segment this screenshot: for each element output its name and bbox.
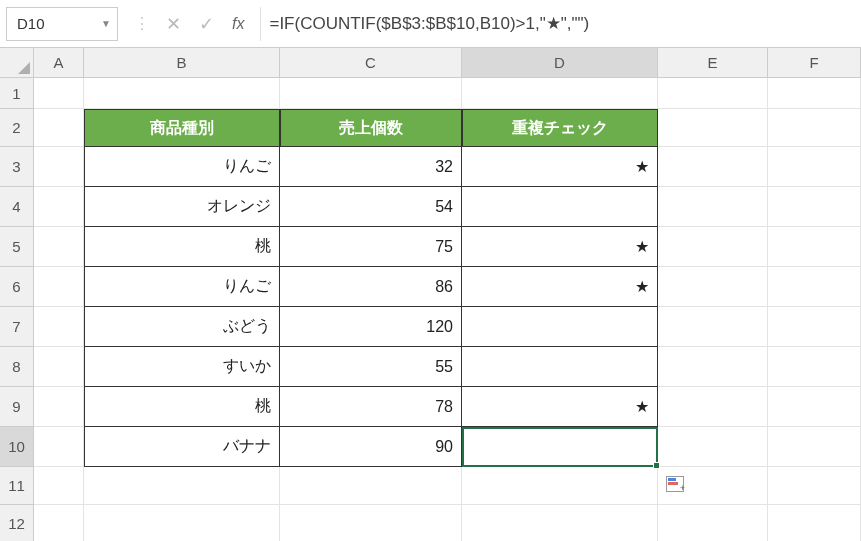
cell-A10[interactable] <box>34 427 84 467</box>
cell-E4[interactable] <box>658 187 768 227</box>
cell-C3[interactable]: 32 <box>280 147 462 187</box>
cell-D5[interactable]: ★ <box>462 227 658 267</box>
cell-C6[interactable]: 86 <box>280 267 462 307</box>
cell-C1[interactable] <box>280 78 462 109</box>
cell-B6[interactable]: りんご <box>84 267 280 307</box>
cell-C11[interactable] <box>280 467 462 505</box>
cell-B4[interactable]: オレンジ <box>84 187 280 227</box>
cell-E5[interactable] <box>658 227 768 267</box>
row-header-8[interactable]: 8 <box>0 347 34 387</box>
cell-F6[interactable] <box>768 267 861 307</box>
cell-B3[interactable]: りんご <box>84 147 280 187</box>
cell-C4[interactable]: 54 <box>280 187 462 227</box>
row-header-7[interactable]: 7 <box>0 307 34 347</box>
cell-E12[interactable] <box>658 505 768 541</box>
dots-icon: ⋮ <box>134 14 148 33</box>
cell-E6[interactable] <box>658 267 768 307</box>
cell-A6[interactable] <box>34 267 84 307</box>
cell-D9[interactable]: ★ <box>462 387 658 427</box>
cell-F5[interactable] <box>768 227 861 267</box>
formula-bar-controls: ⋮ ✕ ✓ fx <box>118 13 260 35</box>
row-header-9[interactable]: 9 <box>0 387 34 427</box>
name-box-dropdown-icon[interactable]: ▼ <box>101 18 111 29</box>
cell-F8[interactable] <box>768 347 861 387</box>
cell-A3[interactable] <box>34 147 84 187</box>
cell-C7[interactable]: 120 <box>280 307 462 347</box>
cell-F11[interactable] <box>768 467 861 505</box>
cells-area[interactable]: 商品種別 売上個数 重複チェック りんご 32 ★ オレンジ 54 <box>34 78 861 541</box>
cell-B8[interactable]: すいか <box>84 347 280 387</box>
cell-D3[interactable]: ★ <box>462 147 658 187</box>
row-header-11[interactable]: 11 <box>0 467 34 505</box>
cell-D10[interactable] <box>462 427 658 467</box>
row-header-4[interactable]: 4 <box>0 187 34 227</box>
cancel-icon[interactable]: ✕ <box>166 13 181 35</box>
autofill-options-icon[interactable]: + <box>666 476 684 492</box>
cell-F4[interactable] <box>768 187 861 227</box>
cell-F7[interactable] <box>768 307 861 347</box>
cell-A4[interactable] <box>34 187 84 227</box>
col-header-D[interactable]: D <box>462 48 658 78</box>
cell-F1[interactable] <box>768 78 861 109</box>
cell-B12[interactable] <box>84 505 280 541</box>
cell-C5[interactable]: 75 <box>280 227 462 267</box>
cell-E2[interactable] <box>658 109 768 147</box>
cell-D4[interactable] <box>462 187 658 227</box>
fx-icon[interactable]: fx <box>232 15 244 33</box>
cell-C8[interactable]: 55 <box>280 347 462 387</box>
enter-icon[interactable]: ✓ <box>199 13 214 35</box>
row-header-3[interactable]: 3 <box>0 147 34 187</box>
col-header-B[interactable]: B <box>84 48 280 78</box>
cell-E9[interactable] <box>658 387 768 427</box>
formula-input[interactable]: =IF(COUNTIF($B$3:$B$10,B10)>1,"★","") <box>260 7 855 41</box>
cell-D1[interactable] <box>462 78 658 109</box>
row-header-12[interactable]: 12 <box>0 505 34 541</box>
header-duplicate[interactable]: 重複チェック <box>462 109 658 147</box>
cell-E1[interactable] <box>658 78 768 109</box>
cell-F3[interactable] <box>768 147 861 187</box>
col-header-C[interactable]: C <box>280 48 462 78</box>
cell-A2[interactable] <box>34 109 84 147</box>
cell-A5[interactable] <box>34 227 84 267</box>
row-header-2[interactable]: 2 <box>0 109 34 147</box>
row-header-5[interactable]: 5 <box>0 227 34 267</box>
cell-D7[interactable] <box>462 307 658 347</box>
name-box[interactable]: D10 ▼ <box>6 7 118 41</box>
row-header-10[interactable]: 10 <box>0 427 34 467</box>
cell-A7[interactable] <box>34 307 84 347</box>
row-header-1[interactable]: 1 <box>0 78 34 109</box>
col-header-E[interactable]: E <box>658 48 768 78</box>
cell-E7[interactable] <box>658 307 768 347</box>
cell-B11[interactable] <box>84 467 280 505</box>
cell-D12[interactable] <box>462 505 658 541</box>
cell-A12[interactable] <box>34 505 84 541</box>
cell-C12[interactable] <box>280 505 462 541</box>
cell-D11[interactable] <box>462 467 658 505</box>
cell-B5[interactable]: 桃 <box>84 227 280 267</box>
cell-F9[interactable] <box>768 387 861 427</box>
col-header-A[interactable]: A <box>34 48 84 78</box>
cell-F10[interactable] <box>768 427 861 467</box>
cell-D6[interactable]: ★ <box>462 267 658 307</box>
cell-B1[interactable] <box>84 78 280 109</box>
cell-B9[interactable]: 桃 <box>84 387 280 427</box>
cell-B10[interactable]: バナナ <box>84 427 280 467</box>
cell-F12[interactable] <box>768 505 861 541</box>
col-header-F[interactable]: F <box>768 48 861 78</box>
header-sales[interactable]: 売上個数 <box>280 109 462 147</box>
cell-B7[interactable]: ぶどう <box>84 307 280 347</box>
header-product[interactable]: 商品種別 <box>84 109 280 147</box>
cell-C9[interactable]: 78 <box>280 387 462 427</box>
cell-E3[interactable] <box>658 147 768 187</box>
row-header-6[interactable]: 6 <box>0 267 34 307</box>
cell-E10[interactable] <box>658 427 768 467</box>
cell-F2[interactable] <box>768 109 861 147</box>
cell-A9[interactable] <box>34 387 84 427</box>
cell-E8[interactable] <box>658 347 768 387</box>
cell-D8[interactable] <box>462 347 658 387</box>
cell-A11[interactable] <box>34 467 84 505</box>
cell-A1[interactable] <box>34 78 84 109</box>
cell-A8[interactable] <box>34 347 84 387</box>
cell-C10[interactable]: 90 <box>280 427 462 467</box>
select-all-corner[interactable] <box>0 48 34 78</box>
